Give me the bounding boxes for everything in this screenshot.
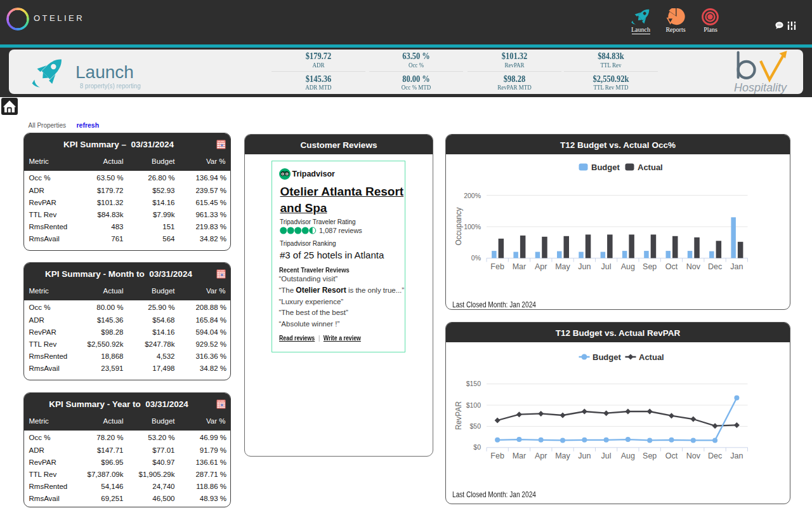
svg-text:Budget: Budget — [593, 352, 621, 362]
svg-text:Nov: Nov — [686, 451, 701, 460]
svg-text:Jul: Jul — [601, 451, 612, 460]
svg-text:Occupancy: Occupancy — [454, 207, 463, 245]
svg-text:Jan: Jan — [730, 451, 743, 460]
svg-text:Budget: Budget — [591, 163, 620, 172]
svg-text:$100: $100 — [466, 401, 481, 409]
svg-text:Oct: Oct — [665, 262, 678, 271]
svg-text:Jun: Jun — [578, 451, 591, 460]
svg-text:Feb: Feb — [490, 262, 504, 271]
svg-text:Actual: Actual — [638, 163, 663, 172]
svg-text:May: May — [555, 262, 570, 271]
svg-text:Apr: Apr — [535, 451, 547, 460]
svg-text:Dec: Dec — [708, 262, 722, 271]
svg-text:Oct: Oct — [665, 451, 678, 460]
svg-text:Aug: Aug — [621, 451, 635, 460]
svg-text:Jan: Jan — [730, 262, 743, 271]
svg-text:Jun: Jun — [578, 262, 591, 271]
svg-text:Dec: Dec — [708, 451, 722, 460]
svg-text:$50: $50 — [469, 422, 481, 430]
svg-text:May: May — [555, 451, 570, 460]
svg-text:$150: $150 — [466, 380, 481, 387]
svg-text:RevPAR: RevPAR — [454, 401, 463, 430]
svg-text:Nov: Nov — [686, 262, 701, 271]
svg-text:Jul: Jul — [601, 262, 612, 271]
svg-text:0%: 0% — [471, 254, 481, 262]
svg-text:200%: 200% — [464, 192, 481, 199]
svg-text:Actual: Actual — [639, 352, 664, 362]
svg-text:$0: $0 — [473, 443, 481, 451]
svg-text:Sep: Sep — [643, 451, 657, 460]
svg-text:100%: 100% — [464, 223, 481, 231]
svg-text:Mar: Mar — [513, 451, 527, 460]
svg-text:Feb: Feb — [490, 451, 504, 460]
svg-text:Aug: Aug — [621, 262, 635, 271]
svg-text:Sep: Sep — [643, 262, 657, 271]
svg-text:Apr: Apr — [535, 262, 547, 271]
svg-text:Mar: Mar — [513, 262, 527, 271]
